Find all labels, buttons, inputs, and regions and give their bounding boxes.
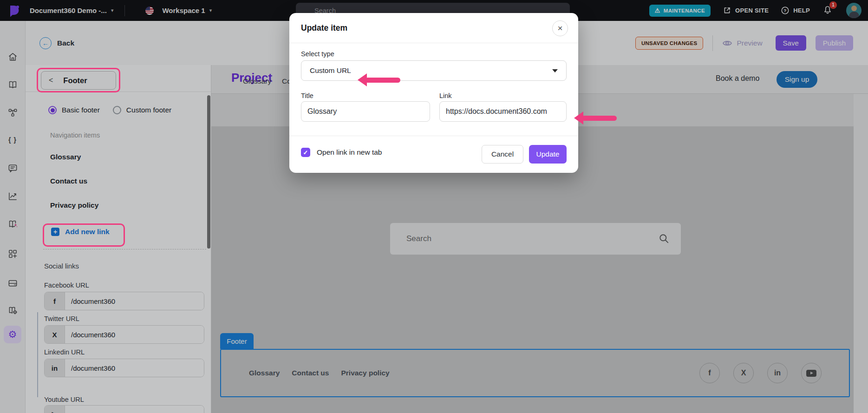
checkbox-checked-icon[interactable]: ✓ <box>301 148 310 157</box>
modal-title: Update item <box>301 23 347 33</box>
modal-divider-bottom <box>289 136 578 136</box>
select-type-dropdown[interactable]: Custom URL <box>301 60 567 81</box>
update-button[interactable]: Update <box>529 145 567 164</box>
select-type-label: Select type <box>301 50 334 58</box>
open-new-tab-row: ✓ Open link in new tab <box>301 148 382 157</box>
open-new-tab-label: Open link in new tab <box>317 148 382 157</box>
link-label: Link <box>439 92 452 99</box>
modal-divider-top <box>289 43 578 43</box>
update-item-modal: Update item × Select type Custom URL Tit… <box>289 13 578 173</box>
title-input[interactable] <box>301 101 430 122</box>
chevron-down-icon <box>552 69 558 72</box>
app: Document360 Demo -... ▾ Workspace 1 ▾ ⚠ … <box>0 0 868 413</box>
cancel-button[interactable]: Cancel <box>482 145 523 164</box>
title-label: Title <box>301 92 313 99</box>
link-input[interactable] <box>439 101 567 122</box>
close-icon[interactable]: × <box>552 20 568 36</box>
select-type-value: Custom URL <box>310 66 351 75</box>
